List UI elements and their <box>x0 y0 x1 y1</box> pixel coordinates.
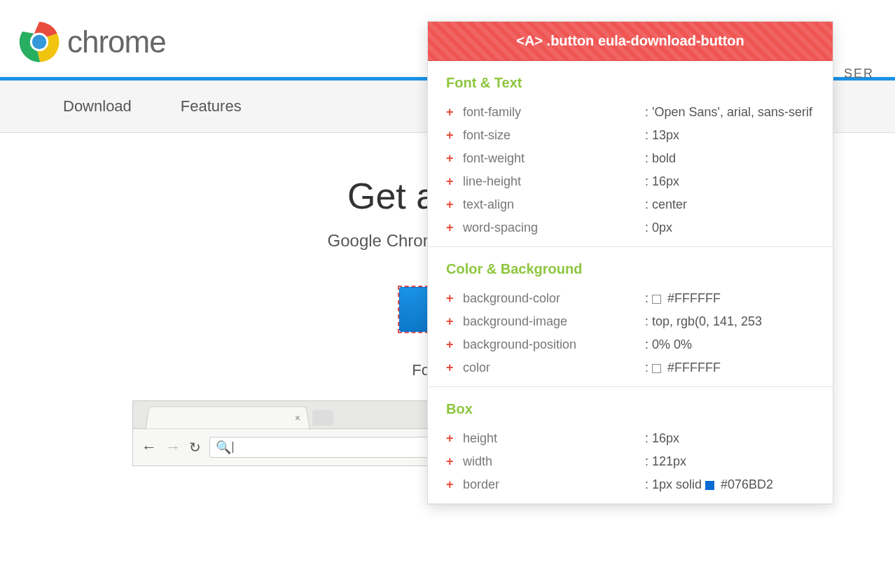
nav-download[interactable]: Download <box>63 80 181 132</box>
property-row[interactable]: +color: #FFFFFF <box>446 356 814 379</box>
property-row[interactable]: +border: 1px solid #076BD2 <box>446 473 814 496</box>
property-name: background-color <box>463 291 645 306</box>
property-row[interactable]: +word-spacing: 0px <box>446 216 814 239</box>
property-value: : 16px <box>645 431 814 446</box>
expand-icon[interactable]: + <box>446 337 455 352</box>
property-row[interactable]: +font-size: 13px <box>446 124 814 147</box>
back-icon[interactable]: ← <box>141 438 157 456</box>
color-swatch <box>652 295 661 304</box>
property-name: background-position <box>463 337 645 352</box>
property-value: : 0px <box>645 220 814 235</box>
expand-icon[interactable]: + <box>446 477 455 492</box>
property-value: : 16px <box>645 174 814 189</box>
section-title: Font & Text <box>446 75 814 91</box>
expand-icon[interactable]: + <box>446 431 455 446</box>
property-row[interactable]: +font-family: 'Open Sans', arial, sans-s… <box>446 101 814 124</box>
brand-name: chrome <box>67 24 166 59</box>
property-value: : 1px solid #076BD2 <box>645 477 814 492</box>
expand-icon[interactable]: + <box>446 454 455 469</box>
property-value: : 13px <box>645 128 814 143</box>
property-row[interactable]: +background-image: top, rgb(0, 141, 253 <box>446 310 814 333</box>
expand-icon[interactable]: + <box>446 128 455 143</box>
chrome-logo-icon <box>18 21 60 63</box>
expand-icon[interactable]: + <box>446 291 455 306</box>
property-value: : #FFFFFF <box>645 291 814 306</box>
property-name: color <box>463 360 645 375</box>
property-value: : bold <box>645 151 814 166</box>
property-row[interactable]: +font-weight: bold <box>446 147 814 170</box>
forward-icon[interactable]: → <box>165 438 181 456</box>
property-value: : center <box>645 197 814 212</box>
expand-icon[interactable]: + <box>446 314 455 329</box>
section-title: Color & Background <box>446 261 814 277</box>
property-name: font-weight <box>463 151 645 166</box>
browser-tab[interactable]: × <box>146 406 310 428</box>
property-row[interactable]: +width: 121px <box>446 450 814 473</box>
expand-icon[interactable]: + <box>446 174 455 189</box>
property-row[interactable]: +line-height: 16px <box>446 170 814 193</box>
property-value: : #FFFFFF <box>645 360 814 375</box>
color-swatch <box>652 364 661 373</box>
section-title: Box <box>446 401 814 417</box>
search-icon: 🔍 <box>216 440 231 455</box>
property-name: text-align <box>463 197 645 212</box>
property-name: border <box>463 477 645 492</box>
property-row[interactable]: +background-position: 0% 0% <box>446 333 814 356</box>
text-cursor <box>233 442 233 453</box>
expand-icon[interactable]: + <box>446 151 455 166</box>
property-name: font-family <box>463 105 645 120</box>
property-name: font-size <box>463 128 645 143</box>
property-row[interactable]: +height: 16px <box>446 427 814 450</box>
inspector-selector: <A> .button eula-download-button <box>428 22 833 61</box>
property-value: : 0% 0% <box>645 337 814 352</box>
inspector-section: Color & Background+background-color: #FF… <box>428 247 833 387</box>
new-tab-button[interactable] <box>312 410 333 426</box>
reload-icon[interactable]: ↻ <box>189 439 201 456</box>
expand-icon[interactable]: + <box>446 105 455 120</box>
expand-icon[interactable]: + <box>446 197 455 212</box>
property-value: : top, rgb(0, 141, 253 <box>645 314 814 329</box>
color-swatch <box>705 481 714 490</box>
property-value: : 121px <box>645 454 814 469</box>
nav-features[interactable]: Features <box>181 80 291 132</box>
property-name: background-image <box>463 314 645 329</box>
css-inspector-panel: <A> .button eula-download-button Font & … <box>427 21 833 505</box>
expand-icon[interactable]: + <box>446 360 455 375</box>
property-name: width <box>463 454 645 469</box>
property-name: word-spacing <box>463 220 645 235</box>
svg-point-2 <box>32 35 46 49</box>
property-name: line-height <box>463 174 645 189</box>
property-row[interactable]: +background-color: #FFFFFF <box>446 287 814 310</box>
header-right-text: SER <box>844 66 874 81</box>
property-name: height <box>463 431 645 446</box>
property-value: : 'Open Sans', arial, sans-serif <box>645 105 814 120</box>
expand-icon[interactable]: + <box>446 220 455 235</box>
inspector-section: Box+height: 16px+width: 121px+border: 1p… <box>428 387 833 504</box>
close-icon[interactable]: × <box>294 412 301 424</box>
property-row[interactable]: +text-align: center <box>446 193 814 216</box>
inspector-section: Font & Text+font-family: 'Open Sans', ar… <box>428 61 833 247</box>
